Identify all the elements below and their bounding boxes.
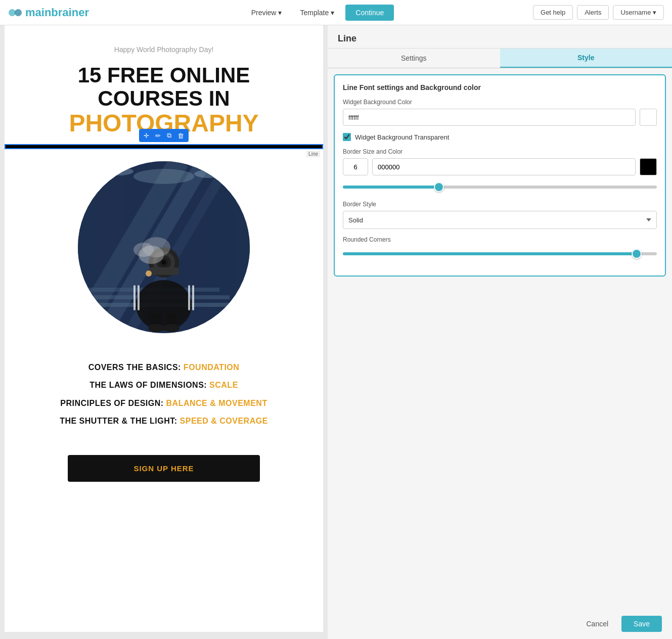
copy-icon: ⧉: [167, 131, 171, 140]
course-item-4: THE SHUTTER & THE LIGHT: SPEED & COVERAG…: [15, 412, 313, 430]
svg-rect-30: [188, 285, 190, 310]
preview-button[interactable]: Preview ▾: [244, 6, 289, 20]
border-style-label: Border Style: [343, 201, 657, 208]
line-widget: [6, 145, 322, 148]
template-button[interactable]: Template ▾: [293, 6, 341, 20]
svg-point-0: [9, 9, 16, 16]
course-item-3: PRINCIPLES OF DESIGN: BALANCE & MOVEMENT: [15, 394, 313, 412]
tab-style[interactable]: Style: [500, 49, 673, 68]
svg-rect-23: [149, 267, 179, 275]
rounded-corners-slider-container: [343, 246, 657, 259]
widget-bg-transparent-checkbox[interactable]: [343, 133, 351, 141]
save-button[interactable]: Save: [621, 616, 662, 632]
preview-chevron-icon: ▾: [278, 9, 282, 17]
canvas-content: Happy World Photography Day! 15 FREE ONL…: [5, 25, 323, 632]
svg-point-26: [148, 324, 164, 332]
border-slider-container: [343, 179, 657, 193]
photo-section: [5, 151, 323, 343]
delete-icon: 🗑: [177, 132, 184, 140]
course-list: COVERS THE BASICS: FOUNDATION THE LAWS O…: [5, 343, 323, 445]
line-label: Line: [306, 151, 320, 157]
photo-circle: [78, 161, 250, 333]
template-chevron-icon: ▾: [331, 9, 334, 17]
widget-bg-color-swatch[interactable]: [640, 109, 657, 126]
svg-point-19: [162, 260, 166, 264]
preview-label: Preview: [251, 9, 277, 17]
logo-text: mainbrainer: [25, 6, 89, 19]
tab-settings[interactable]: Settings: [328, 49, 500, 68]
widget-bg-transparent-label: Widget Background Transparent: [355, 133, 449, 141]
logo-icon: [8, 6, 22, 20]
title-line2: COURSES IN: [15, 87, 313, 110]
cta-section: SIGN UP HERE: [5, 445, 323, 502]
svg-point-1: [15, 9, 22, 16]
username-button[interactable]: Username ▾: [613, 5, 664, 20]
panel-footer: Cancel Save: [328, 609, 672, 639]
email-header-text: Happy World Photography Day!: [114, 45, 214, 54]
nav-right: Get help Alerts Username ▾: [533, 5, 664, 20]
widget-bg-color-input[interactable]: [343, 109, 636, 126]
border-color-swatch[interactable]: [640, 158, 657, 175]
alerts-button[interactable]: Alerts: [577, 5, 609, 20]
widget-bg-color-row: [343, 109, 657, 126]
border-style-select[interactable]: Solid Dashed Dotted Double: [343, 211, 657, 229]
border-label: Border Size and Color: [343, 148, 657, 155]
logo: mainbrainer: [8, 6, 89, 20]
border-row: [343, 158, 657, 175]
move-icon: ✛: [144, 132, 149, 140]
svg-point-22: [142, 237, 170, 257]
template-label: Template: [300, 9, 329, 17]
canvas-area[interactable]: Happy World Photography Day! 15 FREE ONL…: [0, 25, 328, 639]
rounded-corners-label: Rounded Corners: [343, 236, 657, 243]
get-help-button[interactable]: Get help: [533, 5, 573, 20]
username-chevron-icon: ▾: [653, 9, 656, 16]
edit-icon: ✏: [155, 132, 161, 140]
svg-rect-31: [192, 285, 194, 310]
photo-svg: [78, 161, 250, 333]
title-line1: 15 FREE ONLINE: [15, 64, 313, 87]
svg-point-32: [146, 270, 152, 277]
svg-point-8: [133, 169, 194, 184]
course-item-1: COVERS THE BASICS: FOUNDATION: [15, 358, 313, 376]
delete-button[interactable]: 🗑: [176, 131, 186, 141]
logo-brand: brainer: [51, 6, 89, 19]
svg-point-9: [103, 167, 133, 175]
logo-main: main: [25, 6, 51, 19]
widget-bg-color-label: Widget Background Color: [343, 99, 657, 106]
username-label: Username: [620, 9, 651, 16]
main-layout: Happy World Photography Day! 15 FREE ONL…: [0, 25, 672, 639]
edit-button[interactable]: ✏: [154, 131, 162, 141]
copy-button[interactable]: ⧉: [165, 130, 173, 141]
svg-point-14: [136, 280, 192, 331]
line-widget-container[interactable]: ✛ ✏ ⧉ 🗑 Line: [5, 144, 323, 149]
border-size-slider[interactable]: [343, 186, 657, 189]
svg-rect-28: [133, 285, 136, 310]
nav-center: Preview ▾ Template ▾ Continue: [105, 5, 533, 21]
section-title: Line Font settings and Background color: [343, 83, 657, 92]
top-nav: mainbrainer Preview ▾ Template ▾ Continu…: [0, 0, 672, 25]
right-panel: Line Settings Style Line Font settings a…: [328, 25, 672, 639]
cancel-button[interactable]: Cancel: [578, 616, 616, 632]
border-size-input[interactable]: [343, 158, 368, 175]
panel-tabs: Settings Style: [328, 49, 672, 68]
svg-point-27: [163, 324, 180, 332]
svg-rect-29: [138, 285, 140, 310]
svg-point-10: [194, 170, 225, 178]
cta-button[interactable]: SIGN UP HERE: [68, 455, 260, 482]
settings-panel: Line Font settings and Background color …: [334, 74, 666, 277]
line-toolbar: ✛ ✏ ⧉ 🗑: [139, 129, 189, 142]
email-header: Happy World Photography Day!: [5, 25, 323, 59]
course-item-2: THE LAWS OF DIMENSIONS: SCALE: [15, 376, 313, 394]
border-style-row: Solid Dashed Dotted Double: [343, 211, 657, 229]
border-color-input[interactable]: [372, 158, 636, 175]
widget-bg-transparent-row: Widget Background Transparent: [343, 133, 657, 141]
panel-title: Line: [328, 25, 672, 49]
move-button[interactable]: ✛: [142, 131, 151, 141]
continue-button[interactable]: Continue: [345, 5, 394, 21]
rounded-corners-slider[interactable]: [343, 252, 657, 255]
